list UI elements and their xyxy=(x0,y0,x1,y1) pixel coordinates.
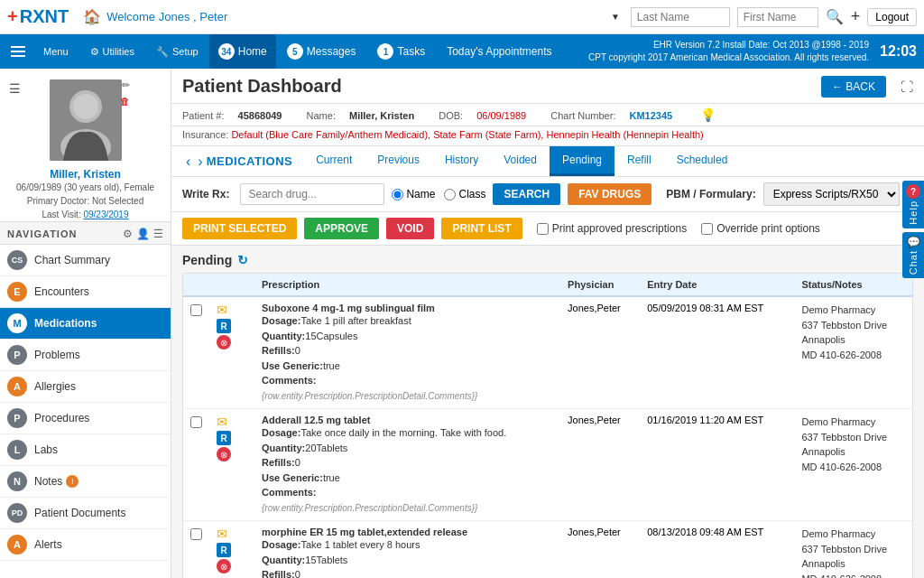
tab-pending[interactable]: Pending xyxy=(550,146,614,176)
col-physician: Physician xyxy=(560,274,640,296)
logout-button[interactable]: Logout xyxy=(867,8,917,26)
menu-button[interactable] xyxy=(7,42,29,61)
setup-label[interactable]: 🔧 Setup xyxy=(145,34,209,69)
tab-previous[interactable]: Previous xyxy=(365,146,432,176)
tab-scheduled[interactable]: Scheduled xyxy=(664,146,741,176)
entry-date-cell-0: 05/09/2019 08:31 AM EST xyxy=(640,296,794,409)
sidebar-item-labs[interactable]: L Labs xyxy=(0,434,171,466)
drug-search-input[interactable] xyxy=(240,183,384,205)
pbm-select[interactable]: Express Scripts/RX50 xyxy=(763,182,900,206)
email-icon-2[interactable]: ✉ xyxy=(217,527,227,541)
override-checkbox[interactable] xyxy=(701,223,713,235)
home-nav-item[interactable]: 34 Home xyxy=(209,34,276,69)
encounters-circle: E xyxy=(7,282,27,302)
sidebar-item-procedures[interactable]: P Procedures xyxy=(0,403,171,434)
approve-button[interactable]: APPROVE xyxy=(304,218,379,239)
print-approved-option[interactable]: Print approved prescriptions xyxy=(537,222,687,235)
last-visit-link[interactable]: 09/23/2019 xyxy=(83,210,128,219)
first-name-input[interactable] xyxy=(737,7,818,27)
physician-cell-0: Jones,Peter xyxy=(560,296,640,409)
sidebar-item-encounters[interactable]: E Encounters xyxy=(0,276,171,308)
del-icon-1[interactable]: ⊗ xyxy=(217,447,231,461)
row-checkbox-0[interactable] xyxy=(190,304,202,316)
del-icon-2[interactable]: ⊗ xyxy=(217,559,231,573)
chat-tab-label: Chat xyxy=(908,250,919,275)
table-row: ✉ R ⊗ morphine ER 15 mg tablet,extended … xyxy=(183,521,912,579)
chat-bubble-icon: 💬 xyxy=(907,236,920,248)
help-tab[interactable]: ? Help xyxy=(902,181,924,228)
tab-refill[interactable]: Refill xyxy=(614,146,664,176)
chat-tab[interactable]: 💬 Chat xyxy=(902,232,924,278)
photo-edit-icon[interactable]: ✏ xyxy=(122,79,130,91)
nav-list-icon[interactable]: ☰ xyxy=(153,228,163,240)
class-radio[interactable] xyxy=(444,189,456,200)
email-icon-0[interactable]: ✉ xyxy=(217,303,227,317)
sidebar-item-patient-documents[interactable]: PD Patient Documents xyxy=(0,498,171,529)
email-icon-1[interactable]: ✉ xyxy=(217,415,227,429)
prescription-cell-0: Suboxone 4 mg-1 mg sublingual film Dosag… xyxy=(254,296,560,409)
appointments-nav-item[interactable]: Today's Appointments xyxy=(436,34,562,69)
ehr-info: EHR Version 7.2 Install Date: Oct 2013 @… xyxy=(588,39,869,64)
refresh-icon[interactable]: ↻ xyxy=(237,253,248,267)
search-btn[interactable]: SEARCH xyxy=(493,183,560,205)
row-checkbox-cell-0 xyxy=(183,296,209,409)
class-radio-option[interactable]: Class xyxy=(444,188,485,200)
nav-user-icon[interactable]: 👤 xyxy=(136,228,150,240)
lamp-icon[interactable]: 💡 xyxy=(700,107,716,122)
row-checkbox-2[interactable] xyxy=(190,528,202,540)
status-cell-0: Demo Pharmacy 637 Tebbston Drive Annapol… xyxy=(794,296,912,409)
sidebar-patient-name: Miller, Kristen xyxy=(0,168,171,181)
patient-name-meta: Name: Miller, Kristen xyxy=(307,110,426,121)
encounters-label: Encounters xyxy=(34,285,89,298)
sidebar-item-medications[interactable]: M Medications xyxy=(0,308,171,340)
patient-chart-meta: Chart Number: KM12345 xyxy=(550,110,683,121)
expand-icon[interactable]: ⛶ xyxy=(901,79,913,94)
print-approved-text: Print approved prescriptions xyxy=(552,222,687,235)
rx-icon-1[interactable]: R xyxy=(217,431,231,445)
del-icon-0[interactable]: ⊗ xyxy=(217,335,231,350)
void-button[interactable]: VOID xyxy=(386,218,434,239)
med-prev-arrow[interactable]: ‹ xyxy=(182,150,194,173)
sidebar-item-allergies[interactable]: A Allergies xyxy=(0,371,171,403)
utilities-label[interactable]: ⚙ Utilities xyxy=(79,34,145,69)
alerts-label: Alerts xyxy=(34,538,62,551)
sidebar-item-chart-summary[interactable]: CS Chart Summary xyxy=(0,245,171,276)
override-option[interactable]: Override print options xyxy=(701,222,820,235)
row-checkbox-1[interactable] xyxy=(190,416,202,428)
sidebar-hamburger-icon[interactable]: ☰ xyxy=(9,81,21,96)
name-radio[interactable] xyxy=(392,189,403,200)
rx-icon-0[interactable]: R xyxy=(217,319,231,333)
messages-nav-item[interactable]: 5 Messages xyxy=(276,34,367,69)
main-layout: ☰ ✏ 🗑 Miller, Kristen 06/09/1989 (30 yea… xyxy=(0,69,924,578)
print-list-button[interactable]: PRINT LIST xyxy=(441,218,522,239)
menu-label[interactable]: Menu xyxy=(32,34,79,69)
prescription-cell-2: morphine ER 15 mg tablet,extended releas… xyxy=(254,521,560,579)
last-name-input[interactable] xyxy=(631,7,730,27)
row-icons-cell-1: ✉ R ⊗ xyxy=(209,409,254,521)
tab-history[interactable]: History xyxy=(432,146,491,176)
sidebar-item-notes[interactable]: N Notes ! xyxy=(0,466,171,498)
dropdown-arrow-icon[interactable]: ▼ xyxy=(611,12,620,22)
nav-section-icons: ⚙ 👤 ☰ xyxy=(123,228,163,240)
tab-current[interactable]: Current xyxy=(303,146,365,176)
search-button[interactable]: 🔍 xyxy=(826,8,844,25)
tab-voided[interactable]: Voided xyxy=(491,146,550,176)
tasks-nav-item[interactable]: 1 Tasks xyxy=(366,34,436,69)
entry-date-cell-2: 08/13/2018 09:48 AM EST xyxy=(640,521,794,579)
add-button[interactable]: + xyxy=(851,7,861,26)
sidebar-item-problems[interactable]: P Problems xyxy=(0,340,171,371)
rx-icon-2[interactable]: R xyxy=(217,543,231,557)
home-icon[interactable]: 🏠 xyxy=(83,8,101,25)
name-radio-option[interactable]: Name xyxy=(392,188,435,200)
med-next-arrow[interactable]: › xyxy=(194,150,206,173)
patient-photo-section: ☰ ✏ 🗑 xyxy=(0,69,171,164)
row-checkbox-cell-2 xyxy=(183,521,209,579)
sidebar-item-alerts[interactable]: A Alerts xyxy=(0,529,171,561)
print-approved-checkbox[interactable] xyxy=(537,223,549,235)
nav-settings-icon[interactable]: ⚙ xyxy=(123,228,133,240)
col-entry-date: Entry Date xyxy=(640,274,794,296)
back-button[interactable]: ← BACK xyxy=(821,76,886,98)
print-selected-button[interactable]: PRINT SELECTED xyxy=(182,218,297,239)
photo-delete-icon[interactable]: 🗑 xyxy=(120,96,130,107)
fav-drugs-btn[interactable]: FAV DRUGS xyxy=(568,183,651,205)
